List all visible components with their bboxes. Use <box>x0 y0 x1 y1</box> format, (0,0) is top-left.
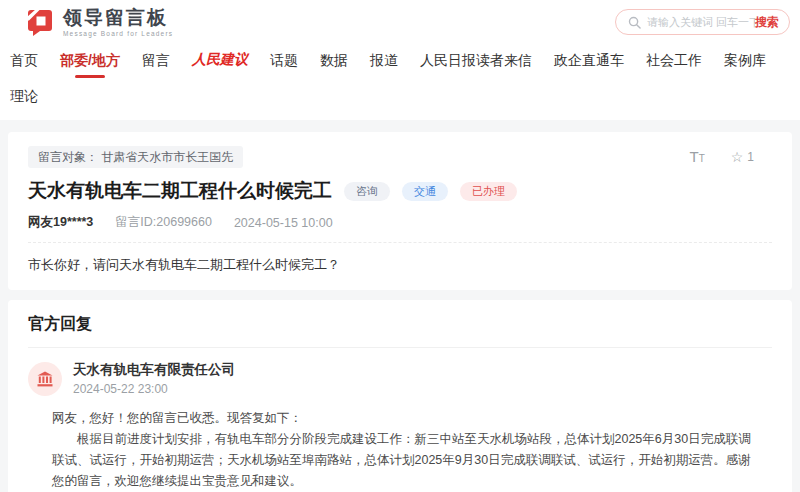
reply-paragraph-1: 网友，您好！您的留言已收悉。现答复如下： <box>52 408 762 429</box>
government-building-icon <box>37 371 53 387</box>
reply-date: 2024-05-22 23:00 <box>73 382 235 396</box>
tag-status-handled: 已办理 <box>460 182 517 201</box>
reply-paragraph-2: 根据目前进度计划安排，有轨电车部分分阶段完成建设工作：新三中站至天水机场站段，总… <box>52 429 762 492</box>
nav-item-gov-business-express[interactable]: 政企直通车 <box>554 48 624 72</box>
nav-item-theory[interactable]: 理论 <box>10 84 38 108</box>
dashed-divider <box>28 242 772 243</box>
message-body: 市长你好，请问天水有轨电车二期工程什么时候完工？ <box>28 256 772 274</box>
nav-item-social-work[interactable]: 社会工作 <box>646 48 702 72</box>
site-header: 领导留言板 Message Board for Leaders 搜索 <box>0 0 800 44</box>
message-target-tag: 留言对象： 甘肃省天水市市长王国先 <box>28 146 243 168</box>
tag-transport: 交通 <box>402 182 448 201</box>
message-card: 留言对象： 甘肃省天水市市长王国先 TT ☆ 1 天水有轨电车二期工程什么时候完… <box>8 132 792 290</box>
nav-item-readers-letters[interactable]: 人民日报读者来信 <box>420 48 532 72</box>
favorite-button[interactable]: ☆ 1 <box>731 150 754 164</box>
nav-item-case-library[interactable]: 案例库 <box>724 48 766 72</box>
message-author: 网友19****3 <box>28 214 93 231</box>
nav-item-messages[interactable]: 留言 <box>142 48 170 72</box>
nav-item-ministries-local[interactable]: 部委/地方 <box>60 48 120 72</box>
org-name: 天水有轨电车有限责任公司 <box>73 362 235 378</box>
message-title: 天水有轨电车二期工程什么时候完工 <box>28 178 332 204</box>
message-date: 2024-05-15 10:00 <box>234 216 333 230</box>
message-id: 留言ID:20699660 <box>115 214 212 231</box>
logo-subtitle: Message Board for Leaders <box>63 30 173 37</box>
search-icon <box>628 16 641 29</box>
tag-consult: 咨询 <box>344 182 390 201</box>
star-icon: ☆ <box>731 150 744 164</box>
org-avatar <box>28 362 62 396</box>
nav-item-data[interactable]: 数据 <box>320 48 348 72</box>
logo-title: 领导留言板 <box>63 8 173 28</box>
logo-icon <box>26 8 54 36</box>
font-size-button[interactable]: TT <box>689 148 704 165</box>
reply-section-title: 官方回复 <box>28 314 772 348</box>
nav-item-reports[interactable]: 报道 <box>370 48 398 72</box>
content-area: 留言对象： 甘肃省天水市市长王国先 TT ☆ 1 天水有轨电车二期工程什么时候完… <box>0 120 800 492</box>
reply-card: 官方回复 天水有轨电车有限责任公司 2024-05-22 23:00 <box>8 300 792 492</box>
nav-item-peoples-suggestions[interactable]: 人民建议 <box>192 48 248 72</box>
search-button[interactable]: 搜索 <box>755 14 779 31</box>
reply-body: 网友，您好！您的留言已收悉。现答复如下： 根据目前进度计划安排，有轨电车部分分阶… <box>52 408 762 492</box>
nav-item-home[interactable]: 首页 <box>10 48 38 72</box>
search-input[interactable] <box>647 16 755 28</box>
site-logo[interactable]: 领导留言板 Message Board for Leaders <box>26 8 173 37</box>
nav-item-topics[interactable]: 话题 <box>270 48 298 72</box>
search-bar: 搜索 <box>615 9 790 35</box>
main-nav: 首页 部委/地方 留言 人民建议 话题 数据 报道 人民日报读者来信 政企直通车… <box>0 44 800 120</box>
star-count: 1 <box>747 150 754 164</box>
